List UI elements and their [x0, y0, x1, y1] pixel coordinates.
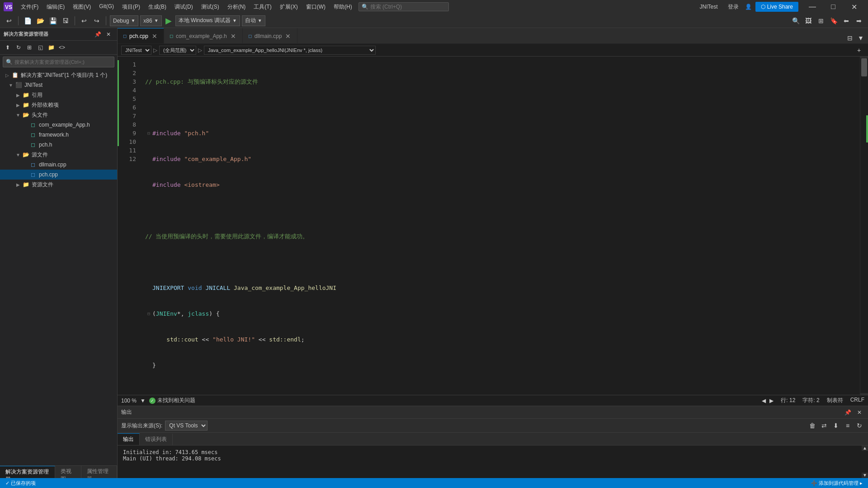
add-source-control-btn[interactable]: ➕ 添加到源代码管理 ▸	[809, 480, 864, 487]
menu-git[interactable]: Git(G)	[95, 1, 118, 13]
output-refresh-btn[interactable]: ↻	[854, 421, 864, 431]
dllmain-tab-close[interactable]: ✕	[284, 33, 292, 40]
output-content[interactable]: Initialized in: 7413.65 msecs Main (UI) …	[118, 445, 862, 478]
pch-cpp-tab-close[interactable]: ✕	[151, 33, 158, 40]
auto-dropdown[interactable]: 自动 ▼	[242, 15, 265, 26]
menu-build[interactable]: 生成(B)	[145, 1, 170, 13]
run-button[interactable]: ▶	[164, 16, 174, 26]
menu-help[interactable]: 帮助(H)	[330, 1, 356, 13]
sidebar-pin-btn[interactable]: 📌	[93, 29, 103, 39]
sidebar-close-btn[interactable]: ✕	[104, 29, 113, 39]
editor-scrollbar-track[interactable]: ▲ ▼	[860, 57, 868, 395]
tree-pch-h[interactable]: ◻ pch.h	[0, 140, 117, 150]
output-tab-errors[interactable]: 错误列表	[140, 434, 173, 445]
tree-framework-h[interactable]: ◻ framework.h	[0, 130, 117, 140]
tree-com-app-h[interactable]: ◻ com_example_App.h	[0, 120, 117, 130]
editor-tab-pch-cpp[interactable]: ◻ pch.cpp ✕	[118, 28, 164, 43]
menu-analyze[interactable]: 分析(N)	[224, 1, 250, 13]
live-share-button[interactable]: ⬡ Live Share	[755, 2, 798, 12]
output-scroll-down[interactable]: ▼	[862, 473, 868, 478]
sidebar-filter-btn[interactable]: ⊞	[24, 43, 34, 52]
menu-project[interactable]: 项目(P)	[118, 1, 144, 13]
zoom-level[interactable]: 100 %	[121, 398, 137, 404]
menu-tools[interactable]: 工具(T)	[250, 1, 275, 13]
line3-collapse[interactable]: ⊟	[145, 129, 152, 137]
sidebar-tab-classview[interactable]: 类视图	[55, 466, 81, 478]
editor-tab-dllmain-cpp[interactable]: ◻ dllmain.cpp ✕	[243, 28, 298, 43]
tree-external-deps[interactable]: ▶ 📁 外部依赖项	[0, 100, 117, 110]
menu-file[interactable]: 文件(F)	[17, 1, 42, 13]
scroll-left-btn[interactable]: ◀	[762, 398, 766, 404]
tab-more-btn[interactable]: ▼	[855, 33, 866, 43]
sidebar-pending-btn[interactable]: ◱	[35, 43, 45, 52]
output-scroll-btn[interactable]: ⬇	[831, 421, 841, 431]
scroll-thumb[interactable]	[861, 58, 867, 76]
sidebar-code-btn[interactable]: <>	[57, 43, 67, 52]
toolbar-open-btn[interactable]: 📂	[35, 15, 46, 26]
debug-config-dropdown[interactable]: Debug ▼	[110, 15, 138, 26]
code-content[interactable]: // pch.cpp: 与预编译标头对应的源文件 ⊟ #include "pch…	[140, 57, 860, 395]
tree-sources-folder[interactable]: ▼ 📂 源文件	[0, 150, 117, 160]
menu-edit[interactable]: 编辑(E)	[43, 1, 68, 13]
sidebar-tab-solution[interactable]: 解决方案资源管理器	[0, 466, 55, 478]
output-clear-btn[interactable]: 🗑	[807, 421, 817, 431]
output-close-btn[interactable]: ✕	[854, 407, 864, 417]
tab-split-btn[interactable]: ⊟	[844, 33, 855, 43]
toolbar-save-all-btn[interactable]: 🖫	[60, 15, 71, 26]
toolbar-nav2-btn[interactable]: ➡	[854, 15, 864, 26]
login-button[interactable]: 登录	[725, 2, 741, 12]
editor-tab-com-app-h[interactable]: ◻ com_example_App.h ✕	[164, 28, 243, 43]
output-pin-btn[interactable]: 📌	[843, 407, 853, 417]
menu-view[interactable]: 视图(V)	[69, 1, 94, 13]
toolbar-find-btn[interactable]: 🔍	[790, 15, 801, 26]
output-find-btn[interactable]: ≡	[843, 421, 853, 431]
tree-headers-folder[interactable]: ▼ 📂 头文件	[0, 110, 117, 120]
sidebar-refresh-btn[interactable]: ↻	[14, 43, 24, 52]
tree-project[interactable]: ▼ ⬛ JNITest	[0, 80, 117, 90]
output-source-select[interactable]: Qt VS Tools	[165, 421, 208, 431]
output-wrap-btn[interactable]: ⇄	[819, 421, 829, 431]
output-scrollbar[interactable]: ▲ ▼	[862, 445, 868, 478]
com-app-h-tab-close[interactable]: ✕	[230, 33, 237, 40]
toolbar-new-btn[interactable]: 📄	[22, 15, 33, 26]
maximize-button[interactable]: □	[823, 0, 844, 14]
menu-debug[interactable]: 调试(D)	[171, 1, 197, 13]
output-scroll-up[interactable]: ▲	[862, 445, 868, 451]
toolbar-img-btn[interactable]: 🖼	[803, 15, 814, 26]
sidebar-all-files-btn[interactable]: 📁	[46, 43, 56, 52]
global-search-input[interactable]	[370, 4, 438, 10]
scope2-select[interactable]: (全局范围)	[159, 46, 196, 55]
toolbar-bookmark-btn[interactable]: 🔖	[828, 15, 839, 26]
add-scope-btn[interactable]: +	[854, 45, 864, 56]
toolbar-format-btn[interactable]: ⊞	[816, 15, 826, 26]
sidebar-search-input[interactable]	[14, 59, 111, 65]
scroll-right-btn[interactable]: ▶	[769, 398, 774, 404]
toolbar-nav-btn[interactable]: ⬅	[841, 15, 852, 26]
output-tab-output[interactable]: 输出	[118, 433, 140, 445]
platform-dropdown[interactable]: x86 ▼	[140, 15, 161, 26]
tree-references[interactable]: ▶ 📁 引用	[0, 90, 117, 100]
tree-dllmain-cpp[interactable]: ◻ dllmain.cpp	[0, 160, 117, 170]
menu-ext[interactable]: 扩展(X)	[276, 1, 302, 13]
tree-resources-folder[interactable]: ▶ 📁 资源文件	[0, 180, 117, 190]
tree-solution[interactable]: ▷ 📋 解决方案"JNITest"(1 个项目/共 1 个)	[0, 70, 117, 80]
sidebar-tab-propmanager[interactable]: 属性管理器	[81, 466, 117, 478]
run-target-dropdown[interactable]: 本地 Windows 调试器 ▼	[175, 15, 240, 26]
sidebar-search-box[interactable]: 🔍	[3, 57, 114, 67]
line10-collapse[interactable]: ⊟	[145, 309, 152, 318]
tree-pch-cpp[interactable]: ◻ pch.cpp	[0, 170, 117, 180]
global-search-box[interactable]: 🔍	[359, 2, 449, 11]
code-editor[interactable]: 1 2 3 4 5 6 7 8 9 10 11 12 // pch.cpp: 与	[118, 57, 868, 406]
menu-test[interactable]: 测试(S)	[198, 1, 223, 13]
status-save-indicator[interactable]: ✓ 已保存的项	[4, 480, 38, 487]
scope3-select[interactable]: Java_com_example_App_helloJNI(JNIEnv *, …	[204, 46, 376, 55]
toolbar-save-btn[interactable]: 💾	[47, 15, 58, 26]
toolbar-back-btn[interactable]: ↩	[4, 15, 14, 26]
close-button[interactable]: ✕	[844, 0, 864, 14]
toolbar-undo-btn[interactable]: ↩	[79, 15, 90, 26]
sidebar-collapse-btn[interactable]: ⬆	[3, 43, 13, 52]
menu-window[interactable]: 窗口(W)	[302, 1, 329, 13]
toolbar-redo-btn[interactable]: ↪	[91, 15, 102, 26]
zoom-dropdown-arrow[interactable]: ▼	[140, 398, 146, 404]
minimize-button[interactable]: —	[802, 0, 823, 14]
